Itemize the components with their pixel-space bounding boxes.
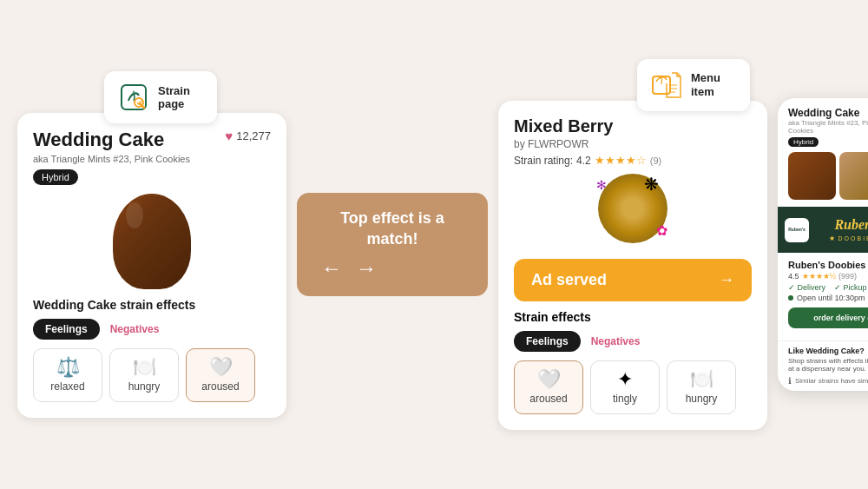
pickup-label: ✓ Pickup: [834, 283, 867, 292]
relaxed-effect: ⚖️ relaxed: [33, 348, 102, 402]
dispensary-logo: Ruben's: [785, 218, 809, 242]
delivery-label: ✓ Delivery: [788, 283, 825, 292]
phone-type-badge: Hybrid: [788, 137, 819, 147]
strain-card-header: Wedding Cake aka Triangle Mints #23, Pin…: [33, 129, 271, 184]
aroused-icon-left: 🤍: [209, 358, 233, 377]
similar-strains-label: Similar strains have similar effects: [795, 377, 868, 385]
effects-title: Wedding Cake strain effects: [33, 298, 271, 312]
tingly-effect: ✦ tingly: [590, 360, 660, 414]
hungry-effect-right: 🍽️ hungry: [667, 360, 736, 414]
order-button[interactable]: order delivery or pickup: [788, 307, 868, 328]
strain-info: Wedding Cake aka Triangle Mints #23, Pin…: [33, 129, 190, 184]
stars-display: ★★★★☆: [595, 154, 647, 167]
dispensary-rating: 4.5 ★★★★½ (999): [788, 272, 868, 281]
strain-name: Wedding Cake: [33, 129, 190, 151]
dispensary-review-count: (999): [838, 272, 857, 281]
mixed-berry-image: ❋ ✿ ✻: [514, 174, 752, 252]
negatives-tab[interactable]: Negatives: [107, 319, 163, 340]
aroused-effect-left: 🤍 aroused: [186, 348, 255, 402]
top-effect-banner: Top effect is a match! ← →: [297, 193, 488, 296]
mixed-effects-section: Strain effects Feelings Negatives 🤍 arou…: [514, 310, 752, 414]
mixed-effects-title: Strain effects: [514, 310, 752, 324]
tingly-label: tingly: [613, 393, 637, 405]
strain-rating-row: Strain rating: 4.2 ★★★★☆ (9): [514, 154, 661, 167]
middle-section: Top effect is a match! ← →: [297, 193, 488, 296]
phone-strain-aka: aka Triangle Mints #23, Pink Cookies: [788, 119, 868, 135]
strain-card: Wedding Cake aka Triangle Mints #23, Pin…: [17, 113, 286, 417]
info-icon: ℹ: [788, 376, 792, 386]
effects-grid: ⚖️ relaxed 🍽️ hungry 🤍 aroused: [33, 348, 271, 402]
ad-served-label: Ad served: [531, 271, 607, 289]
arrows-row: ← →: [321, 256, 464, 281]
dispensary-doobies-label: DOOBIES: [838, 235, 868, 241]
phone-section: Wedding Cake aka Triangle Mints #23, Pin…: [778, 98, 868, 391]
open-indicator: [788, 295, 793, 301]
menu-item-badge: Menu item: [637, 59, 750, 111]
left-section: Strain page Wedding Cake aka Triangle Mi…: [17, 71, 286, 417]
tingly-icon: ✦: [617, 370, 633, 389]
effects-tabs: Feelings Negatives: [33, 319, 271, 340]
feelings-tab[interactable]: Feelings: [33, 319, 100, 340]
dispensary-stars: ★★★★½: [802, 272, 837, 281]
effects-section: Wedding Cake strain effects Feelings Neg…: [33, 298, 271, 402]
hungry-icon: 🍽️: [133, 358, 156, 377]
mixed-feelings-tab[interactable]: Feelings: [514, 331, 581, 352]
menu-item-label: Menu item: [691, 71, 736, 98]
hungry-label-right: hungry: [686, 393, 718, 405]
dispensary-rating-value: 4.5: [788, 272, 799, 281]
ad-arrow-icon: →: [719, 271, 734, 289]
similar-strains-row: ℹ Similar strains have similar effects ℹ: [788, 376, 868, 386]
dispensary-services: ✓ Delivery ✓ Pickup: [788, 283, 868, 292]
phone-image-row: [778, 152, 868, 207]
menu-item-icon: [651, 69, 682, 101]
relaxed-icon: ⚖️: [56, 358, 80, 377]
main-scene: Strain page Wedding Cake aka Triangle Mi…: [17, 19, 851, 471]
aroused-icon-right: 🤍: [537, 370, 561, 389]
top-effect-text: Top effect is a match!: [321, 208, 464, 249]
aroused-label-left: aroused: [201, 380, 239, 393]
mixed-effects-grid: 🤍 aroused ✦ tingly 🍽️ hungry: [514, 360, 752, 414]
review-count: (9): [650, 155, 661, 166]
likes-count: 12,277: [236, 129, 271, 142]
left-arrow: ←: [321, 256, 342, 281]
strain-rating-label: Strain rating:: [514, 155, 573, 167]
mixed-berry-name: Mixed Berry: [514, 116, 661, 136]
phone-mockup: Wedding Cake aka Triangle Mints #23, Pin…: [778, 98, 868, 391]
dispensary-banner: Ruben's Ruben's ★ DOOBIES ★ MED & REC: [778, 207, 868, 253]
mixed-berry-header: Mixed Berry by FLWRPOWR Strain rating: 4…: [514, 116, 752, 167]
right-card-section: Menu item Mixed Berry by FLWRPOWR Strain…: [498, 59, 767, 430]
phone-strain-name: Wedding Cake: [788, 107, 868, 119]
hungry-label: hungry: [128, 380, 161, 393]
like-cake-section: Like Wedding Cake? Shop strains with eff…: [778, 340, 868, 391]
dispensary-hours: Open until 10:30pm · 4.6 miles away: [788, 294, 868, 302]
strain-page-label: Strain page: [158, 84, 203, 111]
ad-served-banner: Ad served →: [514, 259, 752, 301]
phone-strain-img2: [839, 152, 868, 200]
mixed-berry-tabs: Feelings Negatives: [514, 331, 752, 352]
mixed-berry-brand: by FLWRPOWR: [514, 138, 661, 150]
strain-cannabis-img: [113, 194, 191, 289]
strain-type-badge: Hybrid: [33, 169, 78, 185]
mixed-berry-card: Mixed Berry by FLWRPOWR Strain rating: 4…: [498, 101, 767, 430]
star-icon-1: ★: [829, 235, 835, 242]
mixed-berry-info: Mixed Berry by FLWRPOWR Strain rating: 4…: [514, 116, 661, 167]
hungry-icon-right: 🍽️: [690, 370, 713, 389]
phone-strain-img1: [788, 152, 836, 200]
open-until-text: Open until 10:30pm: [797, 294, 865, 302]
strain-rating-value: 4.2: [576, 155, 591, 167]
like-cake-title: Like Wedding Cake?: [788, 347, 868, 355]
strain-aka: aka Triangle Mints #23, Pink Cookies: [33, 154, 190, 164]
strain-page-icon: [118, 82, 149, 113]
aroused-label-right: aroused: [529, 393, 567, 405]
relaxed-label: relaxed: [50, 380, 84, 393]
phone-strain-header: Wedding Cake aka Triangle Mints #23, Pin…: [778, 98, 868, 152]
mixed-negatives-tab[interactable]: Negatives: [588, 331, 644, 352]
dispensary-info: Ruben's Doobies ad 4.5 ★★★★½ (999) ✓ Del…: [778, 253, 868, 340]
strain-page-badge: Strain page: [104, 71, 217, 123]
svg-point-2: [135, 98, 143, 107]
right-arrow: →: [356, 256, 377, 281]
like-cake-desc: Shop strains with effects like Wedding C…: [788, 357, 868, 373]
aroused-effect-right: 🤍 aroused: [514, 360, 583, 414]
hungry-effect: 🍽️ hungry: [109, 348, 179, 402]
strain-likes: ♥ 12,277: [225, 129, 271, 143]
